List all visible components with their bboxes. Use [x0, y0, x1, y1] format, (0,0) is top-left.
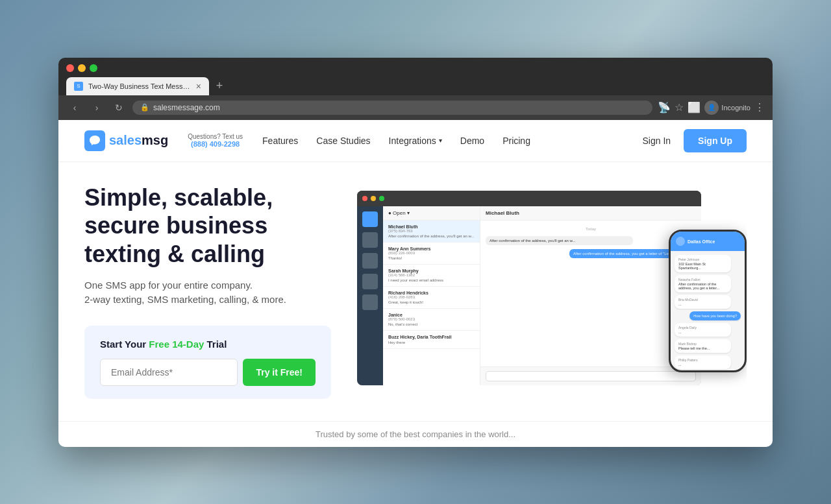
conv-preview-4: Great, keep it touch! — [388, 300, 475, 304]
chat-panel: Michael Bluth Today After confirmation o… — [480, 206, 701, 385]
tab-manager-icon[interactable]: ⬜ — [688, 101, 701, 114]
cast-icon[interactable]: 📡 — [658, 101, 671, 114]
conv-preview-5: No, that's correct — [388, 322, 475, 326]
menu-icon[interactable]: ⋮ — [754, 101, 765, 114]
try-free-button[interactable]: Try it Free! — [243, 359, 316, 386]
chat-input-bar[interactable] — [486, 371, 696, 381]
desktop-mockup: ● Open ▾ Michael Bluth (375) 834-763 Aft… — [357, 191, 701, 385]
conv-name-1: Michael Bluth — [388, 224, 475, 229]
mobile-msg-4: How have you been doing? — [689, 311, 741, 320]
new-tab-button[interactable]: + — [210, 77, 229, 95]
mobile-msg-5: Angela Daily ... — [675, 323, 731, 337]
sidebar-icon-5 — [362, 294, 378, 310]
signin-link[interactable]: Sign In — [643, 136, 671, 146]
minimize-button[interactable] — [78, 64, 86, 72]
tab-close-icon[interactable]: × — [196, 81, 201, 91]
nav-links: Features Case Studies Integrations ▾ Dem… — [262, 136, 642, 146]
mobile-mockup: Dallas Office Peter Johnson 102 East Mai… — [669, 230, 747, 372]
close-button[interactable] — [66, 64, 74, 72]
conv-item-1: Michael Bluth (375) 834-763 After confir… — [383, 221, 480, 243]
mobile-msg-name-7: Philip Patters — [678, 358, 727, 362]
bookmark-icon[interactable]: ☆ — [675, 101, 684, 114]
mobile-msg-6: Mark Bishop Please tell me the... — [675, 339, 731, 353]
nav-features[interactable]: Features — [262, 136, 298, 146]
back-button[interactable]: ‹ — [66, 99, 83, 116]
browser-chrome: S Two-Way Business Text Messa... × + — [58, 58, 773, 95]
conversations-panel: ● Open ▾ Michael Bluth (375) 834-763 Aft… — [383, 206, 480, 385]
conv-name-4: Richard Hendricks — [388, 291, 475, 295]
contact-info: Questions? Text us (888) 409-2298 — [188, 133, 243, 148]
mobile-content: Dallas Office Peter Johnson 102 East Mai… — [671, 232, 745, 370]
trusted-section: Trusted by some of the best companies in… — [58, 421, 773, 447]
email-input[interactable] — [100, 359, 238, 386]
logo-icon — [84, 130, 105, 151]
logo-text: salesmsg — [109, 133, 168, 148]
main-nav: salesmsg Questions? Text us (888) 409-22… — [58, 120, 773, 162]
mockup-titlebar — [357, 191, 701, 206]
active-tab[interactable]: S Two-Way Business Text Messa... × — [66, 77, 209, 95]
mobile-msg-1: Peter Johnson 102 East Main St Spartanbu… — [675, 255, 731, 272]
conv-item-2: Mary Ann Summers (830) 226-0003 Thanks! — [383, 243, 480, 265]
conv-preview-3: I need your exact email address — [388, 278, 475, 282]
nav-integrations[interactable]: Integrations ▾ — [389, 136, 442, 146]
chat-msg-1: After confirmation of the address, you'l… — [486, 236, 633, 245]
chat-date-label: Today — [486, 227, 696, 231]
traffic-lights — [66, 64, 765, 72]
hero-screenshot: ● Open ▾ Michael Bluth (375) 834-763 Aft… — [357, 191, 747, 392]
chat-input-area — [480, 366, 701, 385]
conv-name-2: Mary Ann Summers — [388, 246, 475, 251]
mobile-msg-name-1: Peter Johnson — [678, 258, 727, 261]
tab-title: Two-Way Business Text Messa... — [88, 82, 191, 90]
mockup-min-dot — [371, 196, 376, 201]
conv-preview-2: Thanks! — [388, 256, 475, 260]
mobile-chat-messages: Peter Johnson 102 East Main St Spartanbu… — [671, 251, 745, 370]
conv-phone-2: (830) 226-0003 — [388, 251, 475, 255]
trial-box: Start Your Free 14-Day Trial Try it Free… — [84, 326, 331, 399]
mobile-msg-2: Natasha Fallon After confirmation of the… — [675, 275, 731, 293]
open-filter: ● Open ▾ — [388, 210, 410, 216]
mockup-max-dot — [379, 196, 384, 201]
conv-preview-1: After confirmation of the address, you'l… — [388, 234, 475, 238]
nav-pricing[interactable]: Pricing — [502, 136, 530, 146]
mobile-msg-name-3: Bria McDavid — [678, 298, 727, 302]
nav-demo[interactable]: Demo — [460, 136, 484, 146]
hero-section: Simple, scalable, secure business textin… — [58, 162, 773, 421]
url-text: salesmessage.com — [153, 103, 220, 112]
trial-label: Start Your Free 14-Day Trial — [100, 339, 316, 350]
toolbar-actions: 📡 ☆ ⬜ 👤 Incognito ⋮ — [658, 101, 765, 115]
website-content: salesmsg Questions? Text us (888) 409-22… — [58, 120, 773, 447]
conv-phone-3: (314) 566-1382 — [388, 273, 475, 277]
mobile-chat-header: Dallas Office — [671, 232, 745, 251]
mobile-msg-3: Bria McDavid ... — [675, 295, 731, 309]
sidebar-icon-1 — [362, 211, 378, 227]
conv-item-6: Buzz Hickey, Daria ToothFrail Hey there — [383, 331, 480, 349]
conv-header: ● Open ▾ — [383, 206, 480, 221]
mobile-msg-7: Philip Patters ... — [675, 355, 731, 369]
mobile-msg-name-2: Natasha Fallon — [678, 278, 727, 282]
incognito-badge: 👤 Incognito — [704, 101, 750, 115]
forward-button[interactable]: › — [88, 99, 105, 116]
sidebar-icon-3 — [362, 253, 378, 269]
conv-name-3: Sarah Murphy — [388, 269, 475, 273]
nav-case-studies[interactable]: Case Studies — [316, 136, 370, 146]
chevron-down-icon: ▾ — [439, 137, 442, 144]
incognito-avatar: 👤 — [704, 101, 719, 115]
browser-tabs: S Two-Way Business Text Messa... × + — [66, 77, 765, 95]
sidebar-icon-2 — [362, 232, 378, 248]
conv-item-5: Janice (870) 500-0023 No, that's correct — [383, 309, 480, 331]
logo[interactable]: salesmsg — [84, 130, 168, 151]
trusted-text: Trusted by some of the best companies in… — [84, 429, 747, 439]
maximize-button[interactable] — [90, 64, 97, 72]
reload-button[interactable]: ↻ — [110, 99, 127, 116]
hero-subtitle: One SMS app for your entire company. 2-w… — [84, 278, 331, 307]
address-bar[interactable]: 🔒 salesmessage.com — [132, 101, 652, 115]
browser-window: S Two-Way Business Text Messa... × + ‹ ›… — [58, 58, 773, 447]
contact-phone[interactable]: (888) 409-2298 — [188, 140, 243, 148]
signup-button[interactable]: Sign Up — [684, 129, 747, 152]
mockup-close-dot — [362, 196, 367, 201]
mockup-content: ● Open ▾ Michael Bluth (375) 834-763 Aft… — [357, 206, 701, 385]
mobile-header-text: Dallas Office — [688, 239, 715, 244]
conv-item-3: Sarah Murphy (314) 566-1382 I need your … — [383, 265, 480, 287]
conv-name-6: Buzz Hickey, Daria ToothFrail — [388, 335, 475, 339]
nav-actions: Sign In Sign Up — [643, 129, 747, 152]
